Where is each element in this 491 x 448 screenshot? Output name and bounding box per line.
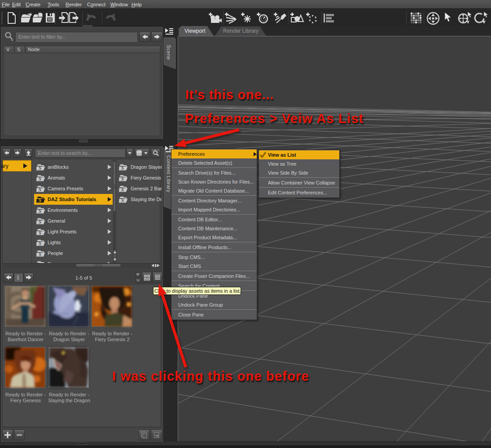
svg-text:S: S [39, 165, 41, 171]
svg-text:S: S [121, 165, 124, 171]
svg-text:S: S [39, 251, 41, 257]
svg-text:S: S [39, 219, 41, 224]
svg-text:S: S [121, 187, 124, 192]
svg-text:S: S [121, 198, 124, 203]
svg-text:S: S [39, 176, 41, 181]
svg-text:S: S [121, 176, 124, 181]
svg-text:S: S [39, 230, 41, 235]
svg-text:S: S [39, 208, 41, 214]
svg-text:S: S [39, 187, 41, 192]
svg-text:S: S [39, 198, 41, 203]
svg-text:S: S [39, 241, 41, 246]
